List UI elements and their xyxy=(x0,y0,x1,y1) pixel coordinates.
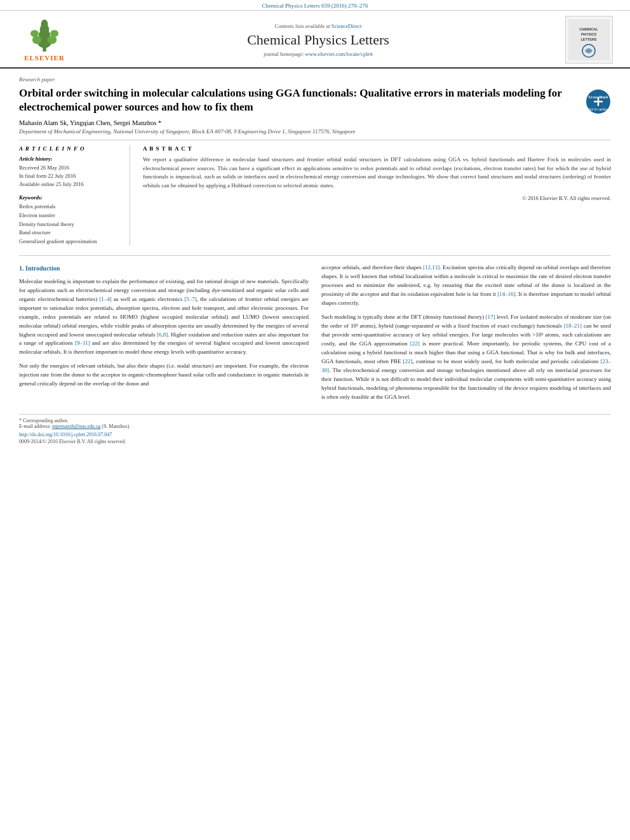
abstract-text: We report a qualitative difference in mo… xyxy=(143,156,611,190)
svg-point-4 xyxy=(41,20,48,29)
body-column-left: 1. Introduction Molecular modeling is im… xyxy=(19,263,309,406)
journal-logo-box-area: CHEMICAL PHYSICS LETTERS xyxy=(560,16,617,63)
available-online-date: Available online 25 July 2016 xyxy=(19,180,122,189)
section1-title: 1. Introduction xyxy=(19,263,309,274)
crossmark-badge: CrossMark click for updates xyxy=(586,89,611,114)
copyright-notice: © 2016 Elsevier B.V. All rights reserved… xyxy=(143,195,611,201)
paper-type-label: Research paper xyxy=(19,76,611,83)
keyword-1: Redox potentials xyxy=(19,203,122,211)
email-link[interactable]: mpemanzh@nus.edu.sg xyxy=(52,423,100,429)
article-history-label: Article history: xyxy=(19,156,122,162)
journal-title-area: Contents lists available at ScienceDirec… xyxy=(76,23,560,57)
issn-line: 0009-2614/© 2016 Elsevier B.V. All right… xyxy=(19,439,611,444)
article-info-heading: A R T I C L E I N F O xyxy=(19,145,122,152)
body-col2-para2: Such modeling is typically done at the D… xyxy=(321,313,611,401)
affiliation: Department of Mechanical Engineering, Na… xyxy=(19,128,611,135)
svg-point-7 xyxy=(30,30,39,37)
body-col1-para1: Molecular modeling is important to expla… xyxy=(19,277,309,357)
svg-text:PHYSICS: PHYSICS xyxy=(580,32,596,36)
abstract-heading: A B S T R A C T xyxy=(143,145,611,152)
article-title: Orbital order switching in molecular cal… xyxy=(19,86,579,114)
keyword-3: Density functional theory xyxy=(19,220,122,229)
svg-point-8 xyxy=(50,30,58,37)
article-title-row: Orbital order switching in molecular cal… xyxy=(19,86,611,114)
journal-reference: Chemical Physics Letters 659 (2016) 270–… xyxy=(0,0,630,10)
elsevier-logo: ELSEVIER xyxy=(13,18,76,62)
body-col1-para2: Not only the energies of relevant orbita… xyxy=(19,362,309,389)
journal-header: ELSEVIER Contents lists available at Sci… xyxy=(0,10,630,69)
email-note: E-mail address: mpemanzh@nus.edu.sg (S. … xyxy=(19,423,611,429)
crossmark-icon: CrossMark click for updates xyxy=(586,89,611,114)
footnote-section: * Corresponding author. E-mail address: … xyxy=(19,414,611,444)
main-content: Research paper Orbital order switching i… xyxy=(0,69,630,451)
keyword-2: Electron transfer xyxy=(19,211,122,220)
article-info-panel: A R T I C L E I N F O Article history: R… xyxy=(19,145,130,246)
final-form-date: In final form 22 July 2016 xyxy=(19,172,122,180)
body-col2-para1: acceptor orbitals, and therefore their s… xyxy=(321,263,611,308)
science-direct-note: Contents lists available at ScienceDirec… xyxy=(76,23,560,29)
keywords-section: Keywords: Redox potentials Electron tran… xyxy=(19,194,122,246)
journal-title: Chemical Physics Letters xyxy=(76,32,560,48)
authors: Mahasin Alam Sk, Yingqian Chen, Sergei M… xyxy=(19,119,611,126)
cpl-journal-icon: CHEMICAL PHYSICS LETTERS xyxy=(568,19,610,60)
body-column-right: acceptor orbitals, and therefore their s… xyxy=(321,263,611,406)
abstract-section: A B S T R A C T We report a qualitative … xyxy=(143,145,611,246)
keywords-label: Keywords: xyxy=(19,194,122,201)
doi-link[interactable]: http://dx.doi.org/10.1016/j.cplett.2016.… xyxy=(19,432,112,437)
svg-text:CHEMICAL: CHEMICAL xyxy=(579,27,598,31)
journal-homepage-link[interactable]: www.elsevier.com/locate/cplett xyxy=(305,51,373,57)
journal-logo-image: CHEMICAL PHYSICS LETTERS xyxy=(565,16,613,63)
elsevier-logo-area: ELSEVIER xyxy=(13,18,76,62)
svg-text:LETTERS: LETTERS xyxy=(580,37,596,41)
keyword-4: Band structure xyxy=(19,229,122,237)
journal-homepage: journal homepage: www.elsevier.com/locat… xyxy=(76,51,560,57)
elsevier-tree-icon xyxy=(22,18,67,53)
doi-bar: http://dx.doi.org/10.1016/j.cplett.2016.… xyxy=(19,432,611,437)
svg-point-5 xyxy=(32,36,42,44)
article-info-abstract-section: A R T I C L E I N F O Article history: R… xyxy=(19,140,611,246)
received-date: Received 26 May 2016 xyxy=(19,164,122,172)
body-columns: 1. Introduction Molecular modeling is im… xyxy=(19,255,611,406)
science-direct-link[interactable]: ScienceDirect xyxy=(332,23,362,29)
svg-text:click for updates: click for updates xyxy=(588,108,609,111)
svg-point-6 xyxy=(48,36,57,44)
journal-ref-text: Chemical Physics Letters 659 (2016) 270–… xyxy=(262,3,368,9)
corresponding-author-note: * Corresponding author. xyxy=(19,418,611,423)
keyword-5: Generalized gradient approximation xyxy=(19,237,122,246)
elsevier-brand-text: ELSEVIER xyxy=(24,54,65,62)
